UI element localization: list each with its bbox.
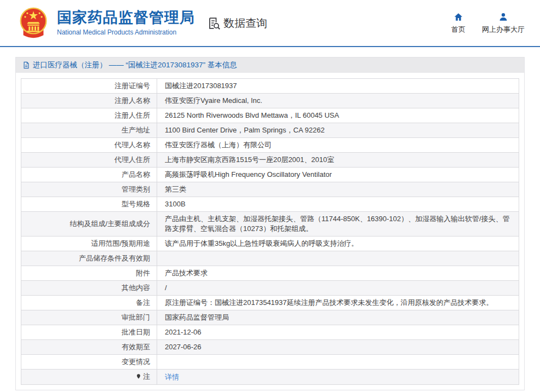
row-value-text: 产品由主机、主机支架、加湿器托架接头、管路（11744-850K、16390-1… [165, 215, 510, 233]
breadcrumb: 进口医疗器械（注册） —— “国械注进20173081937” 基本信息 [16, 57, 524, 73]
header-nav: 首页 网上办事大厅 [451, 12, 525, 34]
row-value-text: 伟亚安医疗器械（上海）有限公司 [165, 141, 272, 149]
row-label-text: 有效期至 [122, 343, 150, 351]
home-icon [453, 12, 463, 25]
table-row: 代理人住所上海市静安区南京西路1515号一座20层2001、2010室 [21, 153, 519, 168]
row-value [157, 251, 519, 266]
row-value: 国家药品监督管理局 [157, 310, 519, 325]
table-row: 注详情 [21, 370, 519, 385]
row-label: 注册人名称 [21, 94, 157, 108]
data-query-label: 数据查询 [223, 16, 267, 31]
table-row: 管理类别第三类 [21, 182, 519, 197]
row-label-text: 产品储存条件及有效期 [79, 254, 150, 262]
row-value-text: 国械注进20173081937 [165, 82, 237, 90]
row-value-text: 第三类 [165, 185, 186, 193]
nav-home[interactable]: 首页 [451, 12, 466, 34]
row-label-text: 注 [143, 372, 150, 381]
table-row: 产品储存条件及有效期 [21, 251, 519, 266]
table-row: 注册人名称伟亚安医疗Vyaire Medical, Inc. [21, 94, 519, 108]
table-row: 结构及组成/主要组成成分产品由主机、主机支架、加湿器托架接头、管路（11744-… [21, 212, 519, 237]
row-label: 变更情况 [21, 355, 157, 370]
row-value-text: 国家药品监督管理局 [165, 313, 229, 321]
row-label-text: 附件 [136, 269, 150, 277]
row-label: 注 [21, 370, 157, 385]
row-value: 1100 Bird Center Drive，Palm Springs，CA 9… [157, 123, 519, 138]
row-value-text: 3100B [165, 200, 186, 208]
row-value: 2027-06-26 [157, 340, 519, 355]
row-value: 高频振荡呼吸机High Frequency Oscillatory Ventil… [157, 168, 519, 182]
row-label: 审批部门 [21, 310, 157, 325]
table-row: 产品名称高频振荡呼吸机High Frequency Oscillatory Ve… [21, 168, 519, 182]
table-wrap: 注册证编号国械注进20173081937注册人名称伟亚安医疗Vyaire Med… [16, 73, 524, 390]
row-label: 有效期至 [21, 340, 157, 355]
row-label-text: 代理人住所 [114, 155, 150, 164]
user-icon [498, 12, 508, 25]
info-table: 注册证编号国械注进20173081937注册人名称伟亚安医疗Vyaire Med… [21, 78, 519, 385]
table-row: 备注原注册证编号：国械注进20173541937延续注册产品技术要求未发生变化，… [21, 296, 519, 310]
data-query-tab[interactable]: 数据查询 [207, 16, 267, 31]
row-value: 第三类 [157, 182, 519, 197]
row-value: 国械注进20173081937 [157, 79, 519, 94]
row-value-text: 2021-12-06 [165, 328, 202, 336]
row-label: 管理类别 [21, 182, 157, 197]
row-label-text: 型号规格 [122, 200, 150, 208]
row-value: 原注册证编号：国械注进20173541937延续注册产品技术要求未发生变化，沿用… [157, 296, 519, 310]
row-label-text: 审批部门 [122, 313, 150, 321]
document-icon [22, 61, 33, 69]
table-row: 代理人名称伟亚安医疗器械（上海）有限公司 [21, 138, 519, 153]
row-value: 该产品用于体重35kg以上急性呼吸衰竭病人的呼吸支持治疗。 [157, 237, 519, 251]
site-title-cn: 国家药品监督管理局 [57, 10, 195, 26]
table-row: 审批部门国家药品监督管理局 [21, 310, 519, 325]
row-label-text: 注册人名称 [114, 96, 150, 105]
row-label: 适用范围/预期用途 [21, 237, 157, 251]
row-label: 备注 [21, 296, 157, 310]
logo-text: 国家药品监督管理局 National Medical Products Admi… [57, 10, 195, 36]
nav-service-hall[interactable]: 网上办事大厅 [482, 12, 525, 34]
row-label-text: 管理类别 [122, 185, 150, 193]
row-label: 代理人名称 [21, 138, 157, 153]
row-value: 伟亚安医疗器械（上海）有限公司 [157, 138, 519, 153]
nav-home-label: 首页 [451, 25, 466, 34]
row-label: 产品储存条件及有效期 [21, 251, 157, 266]
row-value: 详情 [157, 370, 519, 385]
table-row: 适用范围/预期用途该产品用于体重35kg以上急性呼吸衰竭病人的呼吸支持治疗。 [21, 237, 519, 251]
row-value-text: 该产品用于体重35kg以上急性呼吸衰竭病人的呼吸支持治疗。 [165, 239, 358, 247]
site-header: 国家药品监督管理局 National Medical Products Admi… [0, 0, 540, 47]
row-label-text: 备注 [136, 298, 150, 307]
table-row: 生产地址1100 Bird Center Drive，Palm Springs，… [21, 123, 519, 138]
row-value-text: 2027-06-26 [165, 343, 202, 351]
page: 国家药品监督管理局 National Medical Products Admi… [0, 0, 540, 390]
row-label: 结构及组成/主要组成成分 [21, 212, 157, 237]
site-title-en: National Medical Products Administration [57, 28, 195, 36]
row-label-text: 产品名称 [122, 170, 150, 178]
row-value-text: 产品技术要求 [165, 269, 208, 277]
row-label-text: 注册证编号 [114, 82, 150, 90]
row-label-text: 其他内容 [122, 284, 150, 292]
doc-search-icon [207, 16, 223, 30]
table-row: 变更情况 [21, 355, 519, 370]
table-row: 其他内容/ [21, 281, 519, 296]
row-label: 批准日期 [21, 325, 157, 340]
row-label: 附件 [21, 266, 157, 281]
detail-link[interactable]: 详情 [165, 373, 179, 381]
row-value: 2021-12-06 [157, 325, 519, 340]
nmpa-logo-link[interactable]: 国家药品监督管理局 National Medical Products Admi… [16, 5, 195, 41]
nav-service-hall-label: 网上办事大厅 [482, 25, 525, 34]
row-label-text: 变更情况 [122, 358, 150, 366]
row-value: 产品由主机、主机支架、加湿器托架接头、管路（11744-850K、16390-1… [157, 212, 519, 237]
row-value-text: / [165, 284, 167, 292]
row-value: / [157, 281, 519, 296]
table-row: 注册人住所26125 North Riverwoods Blvd Mettawa… [21, 108, 519, 123]
table-row: 注册证编号国械注进20173081937 [21, 79, 519, 94]
table-row: 型号规格3100B [21, 197, 519, 212]
row-value: 产品技术要求 [157, 266, 519, 281]
breadcrumb-text: 进口医疗器械（注册） —— “国械注进20173081937” 基本信息 [33, 60, 237, 70]
row-label-text: 结构及组成/主要组成成分 [70, 220, 150, 228]
row-label: 生产地址 [21, 123, 157, 138]
row-value: 3100B [157, 197, 519, 212]
content-panel: 进口医疗器械（注册） —— “国械注进20173081937” 基本信息 注册证… [15, 57, 525, 390]
row-label: 注册人住所 [21, 108, 157, 123]
row-label: 注册证编号 [21, 79, 157, 94]
row-label-text: 注册人住所 [114, 111, 150, 119]
row-label-text: 批准日期 [122, 328, 150, 336]
